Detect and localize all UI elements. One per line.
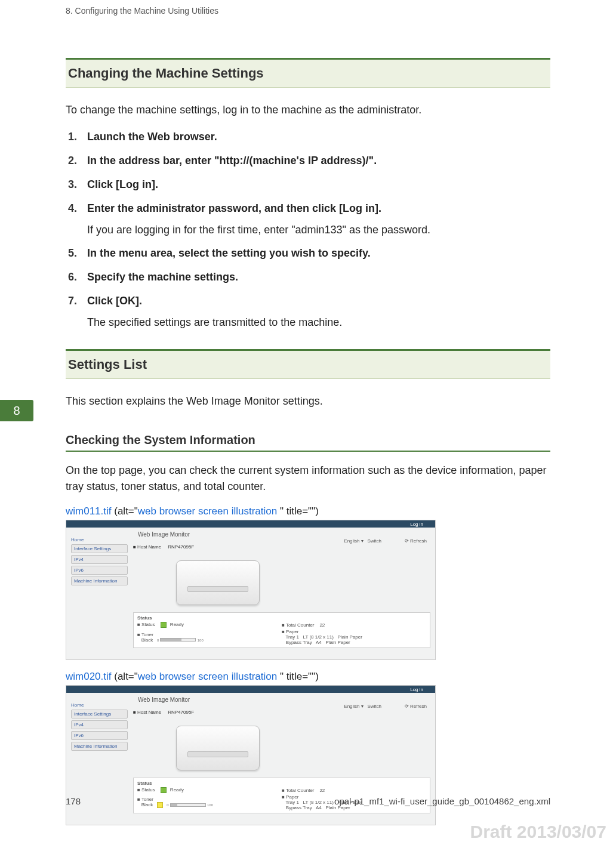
step-2: In the address bar, enter "http://(machi… — [87, 153, 550, 169]
ss-sidebar: Interface Settings IPv4 IPv6 Machine Inf… — [71, 710, 128, 753]
chapter-title: 8. Configuring the Machine Using Utiliti… — [66, 6, 218, 16]
ss-side-item: Interface Settings — [71, 710, 128, 719]
image2-caption: wim020.tif (alt="web browser screen illu… — [66, 671, 550, 683]
chapter-tab: 8 — [0, 400, 33, 421]
ss-host: ■ Host Name RNP47095F — [133, 710, 430, 715]
section3-intro: On the top page, you can check the curre… — [66, 462, 550, 495]
page-number: 178 — [66, 796, 81, 806]
section-heading-changing-settings: Changing the Machine Settings — [66, 58, 550, 88]
ss-home: Home — [71, 537, 84, 542]
ss-side-item: Interface Settings — [71, 544, 128, 553]
ss-side-item: IPv4 — [71, 720, 128, 729]
ss-status-title: Status — [137, 781, 426, 786]
section-heading-settings-list: Settings List — [66, 349, 550, 379]
ss-status: ■ Status Ready — [137, 622, 282, 628]
ss-home: Home — [71, 702, 84, 708]
section2-intro: This section explains the Web Image Moni… — [66, 393, 550, 409]
ss-toner: ■ Toner Black 0 100 — [137, 632, 282, 643]
toner-bar — [160, 638, 196, 642]
subheading-system-info: Checking the System Information — [66, 433, 550, 452]
printer-illustration — [176, 560, 260, 605]
step-4: Enter the administrator password, and th… — [87, 201, 550, 239]
page-header: 8. Configuring the Machine Using Utiliti… — [0, 0, 616, 19]
ss-status-title: Status — [137, 615, 426, 621]
ss-side-item: Machine Information — [71, 576, 128, 585]
ss-app-title: Web Image Monitor — [138, 696, 190, 703]
ss-side-item: IPv4 — [71, 555, 128, 564]
ss-paper: ■ Paper Tray 1 LT (8 1/2 x 11) Plain Pap… — [282, 629, 426, 645]
ss-status: ■ Status Ready — [137, 787, 282, 793]
step-3: Click [Log in]. — [87, 177, 550, 193]
ss-side-item: Machine Information — [71, 742, 128, 751]
ss-counter: ■ Total Counter 22 — [282, 788, 426, 793]
ss-lang: English ▾ Switch — [344, 538, 381, 544]
image1-alt-link[interactable]: web browser screen illustration — [138, 505, 277, 517]
ss-login: Log in — [410, 522, 423, 527]
ss-counter: ■ Total Counter 22 — [282, 622, 426, 628]
wim-screenshot-1: Log in Web Image Monitor English ▾ Switc… — [66, 520, 436, 660]
status-ok-icon — [161, 787, 167, 793]
source-filename: opal-p1_mf1_wi-fi_user_guide_gb_00104862… — [334, 796, 550, 806]
draft-watermark: Draft 2013/03/07 — [470, 822, 607, 842]
status-ok-icon — [161, 622, 167, 628]
page-footer: 178 opal-p1_mf1_wi-fi_user_guide_gb_0010… — [0, 796, 616, 806]
ss-main: ■ Host Name RNP47095F Status ■ Status Re… — [133, 544, 430, 648]
ss-sidebar: Interface Settings IPv4 IPv6 Machine Inf… — [71, 544, 128, 587]
ss-status-box: Status ■ Status Ready ■ Total Counter 22 — [133, 612, 430, 648]
step-4-sub: If you are logging in for the first time… — [87, 222, 550, 239]
step-7: Click [OK]. The specified settings are t… — [87, 293, 550, 331]
step-5: In the menu area, select the setting you… — [87, 245, 550, 262]
ss-refresh: ⟳ Refresh — [405, 538, 427, 544]
section-title: Settings List — [68, 357, 546, 372]
section1-intro: To change the machine settings, log in t… — [66, 102, 550, 118]
printer-illustration — [176, 726, 260, 770]
image1-file-link[interactable]: wim011.tif — [66, 505, 112, 517]
section-title: Changing the Machine Settings — [68, 66, 546, 81]
image1-caption: wim011.tif (alt="web browser screen illu… — [66, 505, 550, 517]
ss-refresh: ⟳ Refresh — [405, 704, 427, 709]
ss-side-item: IPv6 — [71, 566, 128, 575]
ss-lang: English ▾ Switch — [344, 704, 381, 709]
step-7-sub: The specified settings are transmitted t… — [87, 314, 550, 331]
ss-host: ■ Host Name RNP47095F — [133, 544, 430, 550]
step-1: Launch the Web browser. — [87, 129, 550, 146]
image2-alt-link[interactable]: web browser screen illustration — [138, 671, 277, 682]
ss-login: Log in — [410, 687, 423, 692]
ss-topbar: Log in — [66, 686, 435, 693]
page-content: Changing the Machine Settings To change … — [0, 19, 616, 825]
step-6: Specify the machine settings. — [87, 269, 550, 286]
chapter-tab-number: 8 — [13, 404, 20, 418]
ss-topbar: Log in — [66, 520, 435, 528]
image2-file-link[interactable]: wim020.tif — [66, 671, 112, 682]
ss-app-title: Web Image Monitor — [138, 531, 190, 538]
steps-list: Launch the Web browser. In the address b… — [66, 129, 550, 331]
ss-side-item: IPv6 — [71, 731, 128, 740]
